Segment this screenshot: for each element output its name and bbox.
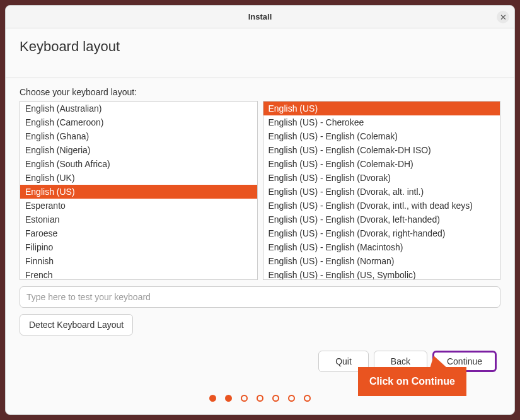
window-title: Install bbox=[248, 12, 272, 21]
list-item[interactable]: English (Australian) bbox=[20, 102, 257, 115]
keyboard-test-input[interactable] bbox=[20, 286, 500, 308]
list-item[interactable]: English (US) - English (Norman) bbox=[263, 254, 500, 268]
close-button[interactable]: ✕ bbox=[497, 11, 509, 23]
progress-dot bbox=[288, 395, 295, 402]
list-item[interactable]: Filipino bbox=[20, 240, 257, 254]
installer-window: Install ✕ Keyboard layout Choose your ke… bbox=[5, 5, 515, 415]
progress-dot bbox=[304, 395, 311, 402]
annotation-callout: Click on Continue bbox=[358, 367, 466, 396]
layout-lists: English (Australian)English (Cameroon)En… bbox=[20, 101, 500, 280]
progress-dot bbox=[209, 395, 216, 402]
content-area: Keyboard layout Choose your keyboard lay… bbox=[6, 28, 514, 402]
choose-label: Choose your keyboard layout: bbox=[20, 87, 500, 97]
list-item[interactable]: English (Nigeria) bbox=[20, 143, 257, 157]
list-item[interactable]: English (US) - English (Dvorak) bbox=[263, 171, 500, 185]
list-item[interactable]: English (US) - English (Colemak) bbox=[263, 129, 500, 143]
list-item[interactable]: English (US) - Cherokee bbox=[263, 115, 500, 129]
divider bbox=[6, 78, 514, 78]
list-item[interactable]: English (Ghana) bbox=[20, 129, 257, 143]
list-item[interactable]: English (US) - English (Dvorak, alt. int… bbox=[263, 185, 500, 199]
list-item[interactable]: English (US) - English (Dvorak, left-han… bbox=[263, 213, 500, 226]
list-item[interactable]: Esperanto bbox=[20, 199, 257, 213]
detect-layout-button[interactable]: Detect Keyboard Layout bbox=[20, 314, 133, 335]
close-icon: ✕ bbox=[500, 13, 507, 22]
list-item[interactable]: English (South Africa) bbox=[20, 157, 257, 171]
list-item[interactable]: English (US) - English (Dvorak, intl., w… bbox=[263, 199, 500, 213]
progress-dot bbox=[257, 395, 263, 402]
list-item[interactable]: English (US) bbox=[263, 102, 500, 115]
page-title: Keyboard layout bbox=[20, 38, 500, 65]
callout-text: Click on Continue bbox=[369, 376, 455, 387]
progress-dot bbox=[272, 395, 279, 402]
list-item[interactable]: English (US) - English (Dvorak, right-ha… bbox=[263, 226, 500, 240]
progress-dot bbox=[225, 395, 232, 402]
list-item[interactable]: English (UK) bbox=[20, 171, 257, 185]
progress-dot bbox=[241, 395, 248, 402]
titlebar: Install ✕ bbox=[6, 6, 514, 28]
layout-language-list[interactable]: English (Australian)English (Cameroon)En… bbox=[20, 101, 258, 280]
layout-variant-list[interactable]: English (US)English (US) - CherokeeEngli… bbox=[263, 101, 501, 280]
list-item[interactable]: English (US) bbox=[20, 185, 257, 199]
list-item[interactable]: English (US) - English (Colemak-DH ISO) bbox=[263, 143, 500, 157]
list-item[interactable]: English (US) - English (Macintosh) bbox=[263, 240, 500, 254]
list-item[interactable]: English (Cameroon) bbox=[20, 115, 257, 129]
list-item[interactable]: English (US) - English (Colemak-DH) bbox=[263, 157, 500, 171]
list-item[interactable]: French bbox=[20, 268, 257, 280]
list-item[interactable]: Finnish bbox=[20, 254, 257, 268]
list-item[interactable]: Faroese bbox=[20, 226, 257, 240]
list-item[interactable]: English (US) - English (US, Symbolic) bbox=[263, 268, 500, 280]
list-item[interactable]: Estonian bbox=[20, 213, 257, 226]
